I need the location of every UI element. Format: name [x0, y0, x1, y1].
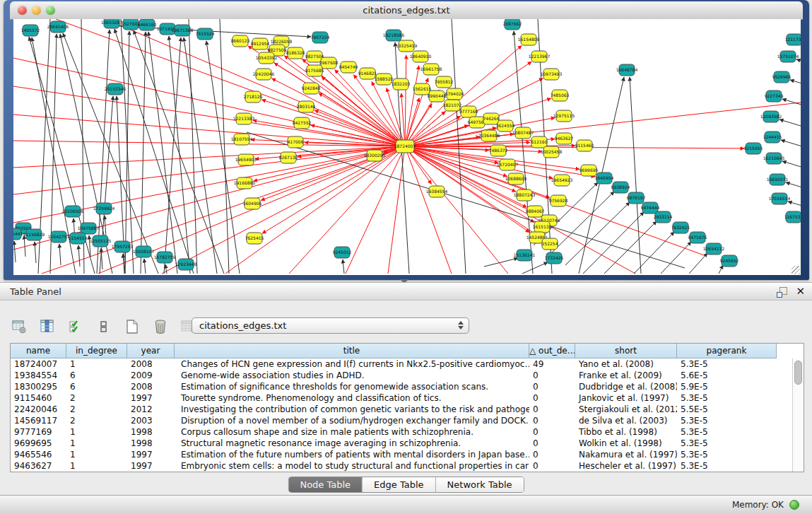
- graph-node[interactable]: 6794024: [445, 88, 464, 100]
- graph-node[interactable]: 9777169: [459, 106, 478, 117]
- graph-node[interactable]: 13325419: [396, 40, 418, 52]
- graph-node[interactable]: 8471676: [688, 232, 707, 243]
- graph-node[interactable]: 9175685: [305, 65, 324, 76]
- graph-node[interactable]: 2087662: [503, 19, 522, 30]
- table-settings-button[interactable]: [10, 317, 28, 336]
- graph-node[interactable]: 10688609: [505, 173, 527, 185]
- graph-node[interactable]: 12213967: [529, 51, 551, 62]
- graph-node[interactable]: 19218586: [383, 30, 405, 41]
- graph-node[interactable]: 1615132: [533, 221, 552, 233]
- graph-node[interactable]: 10025458: [541, 146, 563, 158]
- graph-node[interactable]: 8938924: [611, 182, 630, 193]
- minimize-window-button[interactable]: [32, 6, 41, 15]
- graph-node[interactable]: 1167533: [784, 211, 801, 223]
- graph-node[interactable]: 8267130: [279, 152, 298, 163]
- graph-node[interactable]: 20364486: [478, 130, 500, 141]
- graph-node[interactable]: 10958107: [133, 246, 155, 257]
- graph-node[interactable]: 9242848: [302, 83, 321, 94]
- close-window-button[interactable]: [18, 6, 27, 15]
- table-row[interactable]: 1872400712008Changes of HCN gene express…: [11, 358, 793, 370]
- float-panel-icon[interactable]: [777, 286, 788, 298]
- graph-node[interactable]: 12505135: [90, 235, 112, 247]
- column-header-title[interactable]: title: [175, 344, 529, 358]
- graph-node[interactable]: 15720407: [497, 159, 519, 170]
- graph-node[interactable]: 16154808: [518, 34, 540, 45]
- new-table-button[interactable]: [123, 317, 141, 336]
- table-vertical-scrollbar[interactable]: [792, 358, 804, 472]
- tab-network-table[interactable]: Network Table: [436, 477, 524, 492]
- graph-node[interactable]: 6466160: [138, 19, 157, 30]
- graph-node[interactable]: 10543392: [256, 52, 278, 64]
- graph-node[interactable]: 19671388: [172, 25, 194, 36]
- graph-node[interactable]: 9756928: [549, 195, 568, 206]
- table-selector-dropdown[interactable]: citations_edges.txt: [192, 317, 469, 334]
- network-canvas-area[interactable]: 8660123891295418226058982750910543392818…: [13, 19, 801, 275]
- graph-node[interactable]: 1733426: [545, 252, 564, 264]
- column-header-out_de…[interactable]: △ out_de…: [529, 344, 575, 358]
- graph-node[interactable]: 17359924: [93, 203, 115, 214]
- window-resize-grip[interactable]: [792, 266, 800, 274]
- row-height-button[interactable]: [95, 317, 113, 336]
- scrollbar-thumb[interactable]: [794, 361, 802, 385]
- graph-node[interactable]: 18107554: [231, 134, 253, 145]
- graph-node[interactable]: 19654923: [551, 175, 573, 186]
- zoom-window-button[interactable]: [46, 6, 55, 15]
- graph-node[interactable]: 252254: [542, 238, 558, 250]
- graph-node[interactable]: 10973493: [541, 69, 563, 80]
- graph-node[interactable]: 1211735: [785, 34, 801, 45]
- graph-node[interactable]: 16961758: [420, 64, 442, 75]
- graph-node[interactable]: 9699695: [579, 165, 599, 176]
- graph-node[interactable]: 7486372: [489, 145, 508, 156]
- graph-node[interactable]: 12975115: [553, 110, 575, 122]
- graph-node[interactable]: 7515524: [196, 28, 215, 40]
- memory-ok-indicator[interactable]: [789, 500, 799, 510]
- graph-node[interactable]: 2718120: [244, 91, 263, 103]
- graph-node[interactable]: 18807243: [514, 189, 536, 201]
- graph-node[interactable]: 17016514: [769, 193, 791, 204]
- graph-node[interactable]: 17957253: [112, 241, 134, 252]
- column-header-year[interactable]: year: [127, 344, 175, 358]
- graph-node[interactable]: 9529966: [772, 71, 792, 83]
- graph-node[interactable]: 612160: [531, 136, 548, 148]
- graph-node[interactable]: 10653287: [101, 19, 123, 28]
- graph-node[interactable]: 1405572: [21, 25, 40, 36]
- graph-node[interactable]: 7485063: [551, 90, 570, 101]
- graph-node[interactable]: 9245012: [333, 247, 352, 258]
- graph-node[interactable]: 8454749: [339, 62, 358, 73]
- graph-node[interactable]: 1588520: [375, 74, 394, 85]
- graph-node[interactable]: 1154519: [69, 233, 88, 244]
- column-header-in_degree[interactable]: in_degree: [66, 344, 127, 358]
- graph-node[interactable]: 6879197: [627, 192, 646, 204]
- graph-node[interactable]: 20206506: [62, 206, 84, 217]
- select-columns-button[interactable]: [66, 317, 85, 336]
- graph-node[interactable]: 10807487: [512, 127, 534, 139]
- graph-node[interactable]: 16648784: [616, 64, 638, 76]
- graph-node[interactable]: 10654112: [703, 243, 725, 255]
- graph-node[interactable]: 12042757: [48, 231, 70, 243]
- graph-node[interactable]: 15751074: [777, 51, 799, 62]
- graph-node[interactable]: 8427552: [293, 117, 312, 129]
- table-row[interactable]: 1938455462009Genome-wide association stu…: [11, 370, 793, 381]
- graph-node[interactable]: 22420046: [253, 69, 275, 80]
- graph-node[interactable]: 18724007: [394, 140, 416, 153]
- graph-node[interactable]: 8990448: [428, 90, 447, 102]
- table-row[interactable]: 1830029562008Estimation of significance …: [11, 381, 793, 392]
- window-titlebar[interactable]: citations_edges.txt: [10, 1, 803, 20]
- graph-node[interactable]: 7632621: [671, 222, 690, 233]
- table-row[interactable]: 1456911722003Disruption of a novel membe…: [11, 415, 793, 426]
- graph-node[interactable]: 9227349: [765, 90, 784, 102]
- graph-node[interactable]: 1604906: [243, 198, 262, 209]
- graph-node[interactable]: 19166880: [234, 177, 256, 189]
- graph-node[interactable]: 19384554: [426, 186, 448, 197]
- graph-node[interactable]: 8186328: [286, 47, 305, 59]
- graph-node[interactable]: 15136141: [514, 250, 536, 261]
- graph-node[interactable]: 11156829: [23, 229, 45, 240]
- table-row[interactable]: 946362711997Embryonic stem cells: a mode…: [11, 460, 793, 472]
- column-header-short[interactable]: short: [575, 344, 677, 358]
- graph-node[interactable]: 9884067: [526, 206, 545, 217]
- graph-node[interactable]: 8912954: [251, 38, 270, 49]
- graph-node[interactable]: 7957224: [311, 32, 330, 43]
- graph-node[interactable]: 2933114: [654, 211, 673, 223]
- table-row[interactable]: 946554611997Estimation of the future num…: [11, 449, 793, 460]
- graph-node[interactable]: 18640910: [410, 51, 432, 62]
